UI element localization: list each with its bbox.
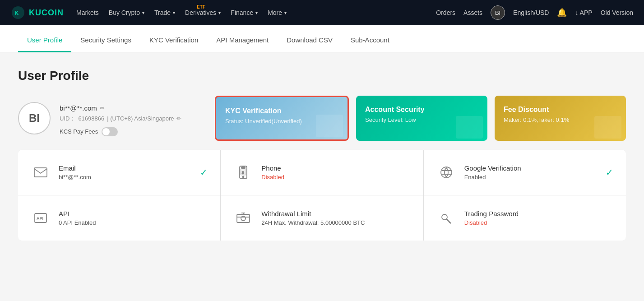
profile-uid: UID： 61698866 | (UTC+8) Asia/Singapore ✏ bbox=[60, 115, 181, 123]
profile-info: bi**@**.com ✏ UID： 61698866 | (UTC+8) As… bbox=[60, 101, 181, 136]
cards-row: KYC Verification Status: Unverified(Unve… bbox=[215, 96, 626, 141]
trading-password-label: Trading Password bbox=[464, 210, 613, 218]
svg-point-5 bbox=[243, 176, 244, 178]
profile-left: BI bi**@**.com ✏ UID： 61698866 | (UTC+8)… bbox=[18, 101, 208, 136]
api-label: API bbox=[59, 210, 208, 218]
email-info: Email bi**@**.com bbox=[59, 164, 192, 181]
kyc-card[interactable]: KYC Verification Status: Unverified(Unve… bbox=[215, 96, 349, 141]
trading-password-icon bbox=[436, 208, 456, 228]
nav-buy-crypto[interactable]: Buy Crypto▾ bbox=[109, 9, 144, 16]
nav-trade[interactable]: Trade▾ bbox=[154, 9, 175, 16]
trading-password-info: Trading Password Disabled bbox=[464, 210, 613, 226]
chevron-icon: ▾ bbox=[255, 10, 258, 15]
api-info: API 0 API Enabled bbox=[59, 210, 208, 226]
assets-link[interactable]: Assets bbox=[463, 9, 482, 16]
tab-security-settings[interactable]: Security Settings bbox=[71, 29, 140, 52]
nav-right: Orders Assets BI English/USD 🔔 ↓ APP Old… bbox=[436, 5, 633, 20]
svg-rect-2 bbox=[34, 168, 47, 177]
orders-link[interactable]: Orders bbox=[436, 9, 455, 16]
notification-bell[interactable]: 🔔 bbox=[557, 8, 567, 18]
old-version-link[interactable]: Old Version bbox=[601, 9, 633, 16]
withdrawal-info: Withdrawal Limit 24H Max. Withdrawal: 5.… bbox=[261, 210, 410, 226]
avatar[interactable]: BI bbox=[491, 5, 505, 20]
security-item-email[interactable]: Email bi**@**.com ✓ bbox=[18, 150, 220, 195]
nav-markets[interactable]: Markets bbox=[76, 9, 99, 16]
user-avatar: BI bbox=[18, 102, 51, 134]
chevron-icon: ▾ bbox=[142, 10, 144, 15]
svg-text:API: API bbox=[37, 216, 43, 221]
svg-rect-11 bbox=[237, 214, 250, 222]
withdrawal-icon bbox=[233, 208, 253, 228]
top-navigation: K KUCOIN Markets Buy Crypto▾ Trade▾ ETF … bbox=[0, 0, 644, 25]
security-item-withdrawal[interactable]: Withdrawal Limit 24H Max. Withdrawal: 5.… bbox=[221, 195, 423, 241]
secondary-navigation: User Profile Security Settings KYC Verif… bbox=[0, 25, 644, 52]
email-check-icon: ✓ bbox=[200, 167, 208, 178]
nav-finance[interactable]: Finance▾ bbox=[231, 9, 258, 16]
security-card[interactable]: Account Security Security Level: Low bbox=[356, 96, 487, 141]
nav-items: Markets Buy Crypto▾ Trade▾ ETF Derivativ… bbox=[76, 9, 287, 16]
kcs-pay-row: KCS Pay Fees bbox=[60, 127, 181, 136]
fee-card-title: Fee Discount bbox=[504, 106, 617, 114]
nav-derivatives[interactable]: ETF Derivatives▾ bbox=[185, 9, 221, 16]
security-item-api[interactable]: API API 0 API Enabled bbox=[18, 195, 220, 241]
nav-left: K KUCOIN Markets Buy Crypto▾ Trade▾ ETF … bbox=[11, 5, 287, 20]
edit-uid-icon[interactable]: ✏ bbox=[176, 115, 181, 122]
google-value: Enabled bbox=[464, 174, 598, 181]
svg-text:$: $ bbox=[242, 171, 244, 175]
profile-cards-row: BI bi**@**.com ✏ UID： 61698866 | (UTC+8)… bbox=[18, 96, 626, 141]
kcs-pay-toggle[interactable] bbox=[102, 127, 118, 136]
security-card-image bbox=[456, 116, 483, 139]
withdrawal-label: Withdrawal Limit bbox=[261, 210, 410, 218]
google-icon bbox=[436, 162, 456, 182]
security-item-phone[interactable]: $ Phone Disabled bbox=[221, 150, 423, 195]
phone-value: Disabled bbox=[261, 174, 410, 181]
trading-password-value: Disabled bbox=[464, 219, 613, 226]
security-grid: Email bi**@**.com ✓ $ Phone Disabled bbox=[18, 150, 626, 241]
tab-download-csv[interactable]: Download CSV bbox=[278, 29, 342, 52]
page-title: User Profile bbox=[18, 69, 626, 83]
google-label: Google Verification bbox=[464, 164, 598, 172]
withdrawal-value: 24H Max. Withdrawal: 5.00000000 BTC bbox=[261, 219, 410, 226]
google-info: Google Verification Enabled bbox=[464, 164, 598, 181]
chevron-icon: ▾ bbox=[173, 10, 175, 15]
api-icon: API bbox=[31, 208, 51, 228]
phone-info: Phone Disabled bbox=[261, 164, 410, 181]
chevron-icon: ▾ bbox=[284, 10, 287, 15]
email-icon bbox=[31, 162, 51, 182]
chevron-icon: ▾ bbox=[218, 10, 221, 15]
kyc-card-image bbox=[316, 115, 343, 137]
security-card-title: Account Security bbox=[365, 106, 478, 114]
svg-point-8 bbox=[441, 167, 452, 178]
tab-user-profile[interactable]: User Profile bbox=[18, 29, 71, 52]
logo[interactable]: K KUCOIN bbox=[11, 5, 64, 20]
page-content: User Profile BI bi**@**.com ✏ UID： 61698… bbox=[0, 52, 644, 301]
tab-kyc-verification[interactable]: KYC Verification bbox=[140, 29, 207, 52]
app-download[interactable]: ↓ APP bbox=[575, 9, 592, 16]
tab-api-management[interactable]: API Management bbox=[207, 29, 278, 52]
email-label: Email bbox=[59, 164, 192, 172]
svg-text:K: K bbox=[14, 9, 19, 16]
email-value: bi**@**.com bbox=[59, 174, 192, 181]
api-value: 0 API Enabled bbox=[59, 219, 208, 226]
phone-icon: $ bbox=[233, 162, 253, 182]
svg-rect-4 bbox=[241, 167, 245, 168]
security-item-google[interactable]: Google Verification Enabled ✓ bbox=[424, 150, 626, 195]
profile-email: bi**@**.com ✏ bbox=[60, 104, 181, 112]
google-check-icon: ✓ bbox=[606, 167, 613, 178]
edit-email-icon[interactable]: ✏ bbox=[100, 105, 105, 111]
kyc-card-title: KYC Verification bbox=[225, 107, 338, 115]
language-selector[interactable]: English/USD bbox=[513, 9, 549, 16]
phone-label: Phone bbox=[261, 164, 410, 172]
fee-card[interactable]: Fee Discount Maker: 0.1%,Taker: 0.1% bbox=[495, 96, 626, 141]
fee-card-image bbox=[594, 116, 621, 139]
nav-more[interactable]: More▾ bbox=[268, 9, 287, 16]
security-item-trading-password[interactable]: Trading Password Disabled bbox=[424, 195, 626, 241]
tab-sub-account[interactable]: Sub-Account bbox=[342, 29, 398, 52]
